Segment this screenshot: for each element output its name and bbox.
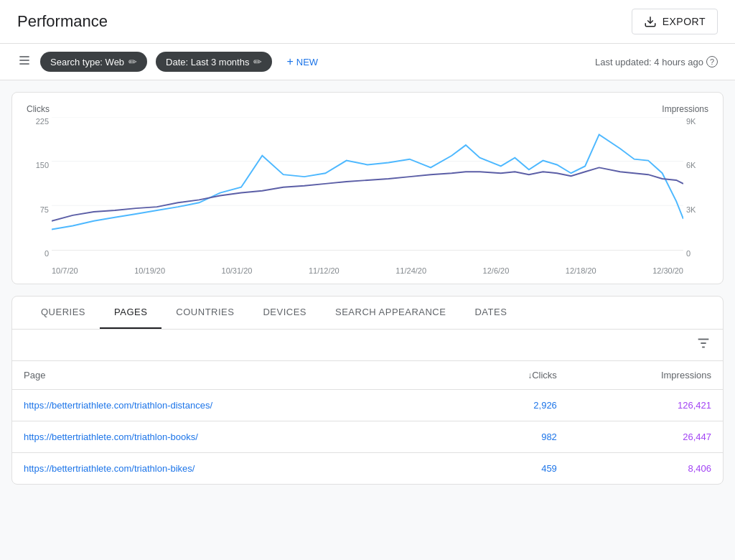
- table-cell-clicks: 459: [459, 453, 568, 485]
- date-filter[interactable]: Date: Last 3 months ✏: [156, 52, 272, 72]
- toolbar: Search type: Web ✏ Date: Last 3 months ✏…: [0, 44, 735, 80]
- y-right-0: 0: [686, 249, 690, 258]
- last-updated: Last updated: 4 hours ago ?: [595, 56, 718, 67]
- y-right-6k: 6K: [686, 161, 696, 169]
- x-label-4: 11/12/20: [309, 266, 340, 275]
- chart-left-label: Clicks: [27, 104, 50, 114]
- y-left-150: 150: [36, 161, 49, 169]
- search-type-label: Search type: Web: [50, 57, 124, 67]
- x-label-5: 11/24/20: [395, 266, 426, 275]
- x-label-1: 10/7/20: [52, 266, 78, 275]
- last-updated-text: Last updated: 4 hours ago: [595, 57, 703, 67]
- table-cell-impressions: 126,421: [568, 390, 723, 421]
- table-filter-icon[interactable]: [696, 335, 711, 355]
- search-type-filter[interactable]: Search type: Web ✏: [40, 52, 147, 72]
- x-axis: 10/7/20 10/19/20 10/31/20 11/12/20 11/24…: [52, 266, 683, 275]
- x-label-3: 10/31/20: [222, 266, 253, 275]
- tabs: QUERIES PAGES COUNTRIES DEVICES SEARCH A…: [12, 297, 723, 330]
- chart-container: 225 150 75 0 9K 6K 3K 0 10/7/20: [27, 117, 708, 275]
- y-right-3k: 3K: [686, 205, 696, 214]
- new-filter-button[interactable]: + NEW: [281, 51, 324, 73]
- data-table: Page ↓ Clicks Impressions https://better…: [12, 361, 723, 484]
- y-left-75: 75: [40, 205, 49, 214]
- table-cell-clicks: 2,926: [459, 390, 568, 421]
- clicks-line: [52, 167, 683, 220]
- table-row: https://bettertriathlete.com/triathlon-d…: [12, 390, 723, 421]
- tab-pages[interactable]: PAGES: [100, 297, 161, 329]
- x-label-2: 10/19/20: [134, 266, 165, 275]
- x-label-7: 12/18/20: [566, 266, 596, 275]
- table-cell-page[interactable]: https://bettertriathlete.com/triathlon-b…: [12, 453, 459, 485]
- table-cell-page[interactable]: https://bettertriathlete.com/triathlon-b…: [12, 421, 459, 453]
- chart-svg: [52, 117, 683, 251]
- tab-devices[interactable]: DEVICES: [248, 297, 321, 329]
- export-label: EXPORT: [663, 16, 706, 27]
- table-cell-page[interactable]: https://bettertriathlete.com/triathlon-d…: [12, 390, 459, 421]
- edit-icon: ✏: [128, 56, 137, 67]
- tab-countries[interactable]: COUNTRIES: [161, 297, 248, 329]
- filter-icon[interactable]: [17, 53, 32, 71]
- chart-section: Clicks Impressions 225 150 75 0 9K 6K 3K…: [11, 92, 724, 284]
- tab-queries[interactable]: QUERIES: [27, 297, 100, 329]
- y-axis-left: 225 150 75 0: [27, 117, 52, 258]
- page-title: Performance: [17, 12, 108, 31]
- table-row: https://bettertriathlete.com/triathlon-b…: [12, 453, 723, 485]
- impressions-line: [52, 134, 683, 229]
- tab-search-appearance[interactable]: SEARCH APPEARANCE: [321, 297, 460, 329]
- help-icon[interactable]: ?: [706, 56, 718, 67]
- export-button[interactable]: EXPORT: [632, 9, 718, 34]
- date-label: Date: Last 3 months: [166, 57, 249, 67]
- col-header-clicks[interactable]: ↓ Clicks: [459, 361, 568, 390]
- table-cell-clicks: 982: [459, 421, 568, 453]
- plus-icon: +: [286, 55, 293, 68]
- download-icon: [644, 15, 657, 28]
- y-right-9k: 9K: [686, 117, 696, 126]
- col-header-page: Page: [12, 361, 459, 390]
- table-section: QUERIES PAGES COUNTRIES DEVICES SEARCH A…: [11, 296, 724, 485]
- col-header-impressions[interactable]: Impressions: [568, 361, 723, 390]
- table-row: https://bettertriathlete.com/triathlon-b…: [12, 421, 723, 453]
- table-toolbar: [12, 330, 723, 361]
- page-header: Performance EXPORT: [0, 0, 735, 44]
- new-label: NEW: [296, 57, 318, 67]
- x-label-8: 12/30/20: [652, 266, 683, 275]
- tab-dates[interactable]: DATES: [460, 297, 521, 329]
- chart-header: Clicks Impressions: [27, 104, 708, 114]
- y-axis-right: 9K 6K 3K 0: [683, 117, 708, 258]
- chart-right-label: Impressions: [662, 104, 708, 114]
- table-cell-impressions: 8,406: [568, 453, 723, 485]
- table-cell-impressions: 26,447: [568, 421, 723, 453]
- y-left-0: 0: [45, 249, 49, 258]
- x-label-6: 12/6/20: [483, 266, 510, 275]
- edit-icon: ✏: [253, 56, 262, 67]
- y-left-225: 225: [36, 117, 49, 126]
